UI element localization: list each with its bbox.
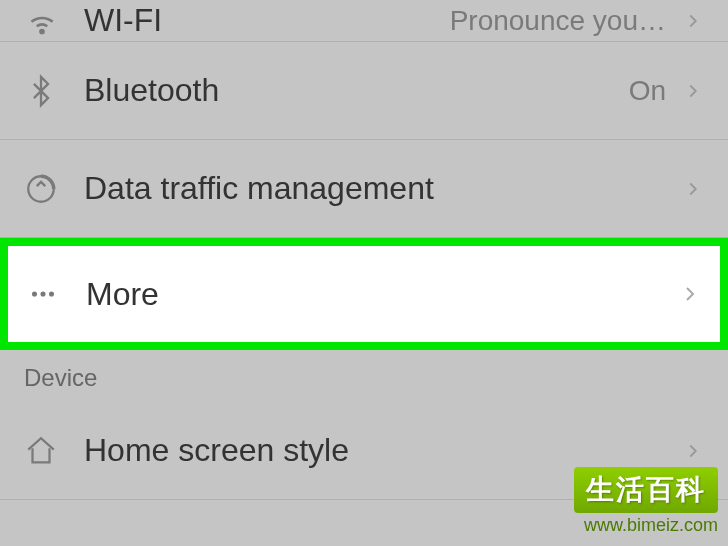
svg-point-3 [40,291,45,296]
wifi-icon [24,3,84,39]
settings-list: WI-FI Pronounce you… Bluetooth On [0,0,728,546]
settings-item-more[interactable]: More [0,238,728,350]
settings-item-wifi[interactable]: WI-FI Pronounce you… [0,0,728,42]
bluetooth-icon [24,74,84,108]
svg-point-0 [41,30,44,33]
svg-point-4 [49,291,54,296]
watermark: 生活百科 www.bimeiz.com [574,467,718,536]
svg-point-2 [32,291,37,296]
settings-item-data-traffic[interactable]: Data traffic management [0,140,728,238]
chevron-right-icon [682,178,704,200]
chevron-right-icon [682,10,704,32]
watermark-url: www.bimeiz.com [574,515,718,536]
bluetooth-value: On [629,75,666,107]
chevron-right-icon [682,440,704,462]
more-label: More [86,276,678,313]
data-traffic-icon [24,172,84,206]
wifi-label: WI-FI [84,2,450,39]
chevron-right-icon [682,80,704,102]
home-screen-label: Home screen style [84,432,682,469]
more-icon [26,277,86,311]
section-header-device: Device [0,350,728,402]
bluetooth-label: Bluetooth [84,72,629,109]
watermark-title: 生活百科 [574,467,718,513]
wifi-value: Pronounce you… [450,5,666,37]
data-traffic-label: Data traffic management [84,170,682,207]
home-icon [24,434,84,468]
chevron-right-icon [678,282,702,306]
settings-item-bluetooth[interactable]: Bluetooth On [0,42,728,140]
